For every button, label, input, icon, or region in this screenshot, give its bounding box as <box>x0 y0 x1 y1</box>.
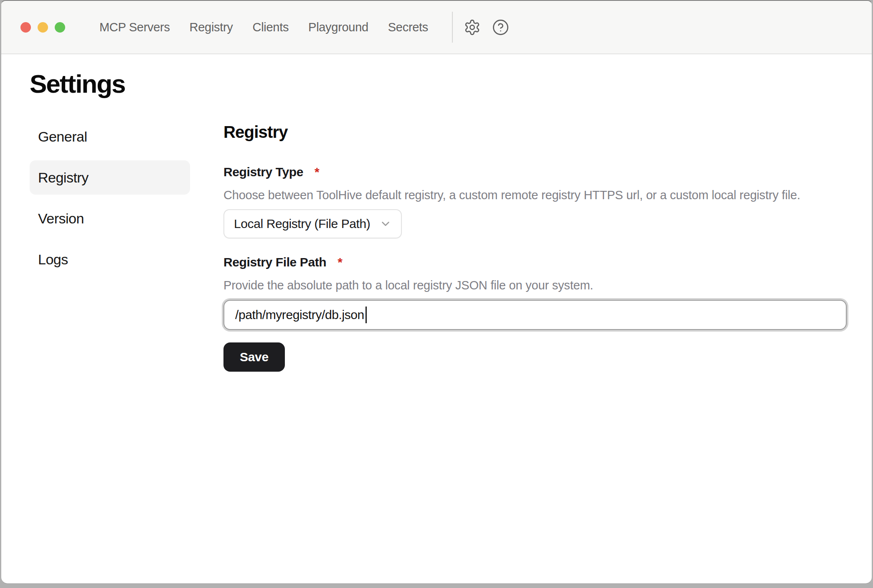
registry-type-label: Registry Type <box>223 165 303 179</box>
close-button[interactable] <box>20 22 31 33</box>
nav-item-mcp-servers[interactable]: MCP Servers <box>99 20 170 34</box>
registry-file-path-input[interactable]: /path/myregistry/db.json <box>223 300 847 330</box>
required-asterisk: * <box>338 255 342 269</box>
section-heading: Registry <box>223 123 847 141</box>
registry-type-description: Choose between ToolHive default registry… <box>223 188 847 203</box>
registry-type-label-row: Registry Type * <box>223 165 847 179</box>
nav-item-secrets[interactable]: Secrets <box>388 20 428 34</box>
minimize-button[interactable] <box>38 22 48 33</box>
nav-item-clients[interactable]: Clients <box>253 20 289 34</box>
settings-sidebar: General Registry Version Logs <box>30 119 190 372</box>
sidebar-item-version[interactable]: Version <box>30 201 190 236</box>
settings-page: Settings General Registry Version Logs R… <box>1 70 872 372</box>
registry-file-path-label: Registry File Path <box>223 255 326 269</box>
zoom-button[interactable] <box>55 22 65 33</box>
required-asterisk: * <box>315 165 319 179</box>
settings-gear-button[interactable] <box>464 19 481 36</box>
help-button[interactable] <box>492 19 509 36</box>
save-button[interactable]: Save <box>223 342 285 372</box>
window-controls <box>20 22 65 33</box>
page-title: Settings <box>30 70 872 98</box>
registry-file-path-label-row: Registry File Path * <box>223 255 847 269</box>
titlebar-divider <box>452 12 453 43</box>
registry-file-path-description: Provide the absolute path to a local reg… <box>223 278 847 293</box>
sidebar-item-general[interactable]: General <box>30 119 190 154</box>
app-window: MCP Servers Registry Clients Playground … <box>1 0 872 584</box>
registry-type-select[interactable]: Local Registry (File Path) <box>223 209 402 238</box>
text-cursor <box>365 307 367 323</box>
titlebar: MCP Servers Registry Clients Playground … <box>1 1 872 54</box>
sidebar-item-logs[interactable]: Logs <box>30 242 190 276</box>
chevron-down-icon <box>379 218 392 230</box>
sidebar-item-registry[interactable]: Registry <box>30 160 190 195</box>
registry-settings-panel: Registry Registry Type * Choose between … <box>223 119 847 372</box>
nav-item-playground[interactable]: Playground <box>308 20 368 34</box>
main-nav: MCP Servers Registry Clients Playground … <box>99 20 428 34</box>
nav-item-registry[interactable]: Registry <box>190 20 233 34</box>
registry-file-path-value: /path/myregistry/db.json <box>235 308 364 322</box>
registry-type-selected-value: Local Registry (File Path) <box>234 217 370 231</box>
help-icon <box>492 19 509 36</box>
gear-icon <box>464 19 481 36</box>
